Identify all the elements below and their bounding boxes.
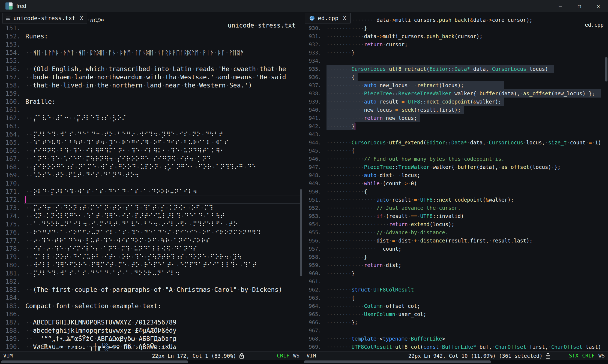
code-line[interactable]: 964.············Column·offset_col; xyxy=(303,302,608,310)
code-line[interactable]: 938.············PieceTree::ReverseTreeWa… xyxy=(303,89,608,98)
code-line[interactable]: 934. xyxy=(303,57,608,65)
code-line[interactable]: 958.············} xyxy=(303,253,608,261)
code-line[interactable]: 155. xyxy=(0,57,303,65)
code-line[interactable]: 966.········}; xyxy=(303,318,608,326)
code-line[interactable]: 962.········struct·UTF8ColResult xyxy=(303,286,608,294)
right-editor[interactable]: 929.················data->multi_cursors.… xyxy=(303,12,608,351)
code-line[interactable]: 936.········{ xyxy=(303,73,608,81)
code-line[interactable]: 951.················auto·result·=·UTF8::… xyxy=(303,196,608,204)
code-line[interactable]: 960.········} xyxy=(303,269,608,277)
code-line[interactable]: 176.··⠗⠑⠛⠜⠙·⠁·⠊⠕⠋⠋⠔⠤⠝⠁⠊⠇·⠁⠎·⠹⠑·⠙⠑⠁⠙⠑⠌·⠏⠊… xyxy=(0,228,303,236)
lock-icon[interactable] xyxy=(545,353,551,359)
code-line[interactable]: 969.········UTF8ColResult·utf8_col(const… xyxy=(303,343,608,351)
left-vertical-scrollbar[interactable] xyxy=(300,189,302,276)
code-line[interactable]: 965.············UserColumn·user_col; xyxy=(303,310,608,318)
code-line[interactable]: 175.··⠁·⠙⠕⠕⠗⠤⠝⠁⠊⠇⠲·⡊·⠍⠊⠣⠞·⠙⠁⠧⠑·⠃⠑⠲·⠔⠊⠇⠔⠫… xyxy=(0,220,303,228)
code-line[interactable]: 173.··⡍⠔⠙⠖·⡊·⠙⠕⠝⠰⠞·⠍⠑⠁⠝·⠞⠕·⠎⠁⠹·⠹⠁⠞·⡊·⠅⠝⠪… xyxy=(0,204,303,212)
code-line[interactable]: 949.············while·(count·>·0) xyxy=(303,179,608,187)
code-line[interactable]: 161. xyxy=(0,106,303,114)
code-line[interactable]: 186. xyxy=(0,310,303,318)
code-line[interactable]: 190.··∀∂∈ℝ∧∪≡∞·↑↗↨↻⇣·┐┼╔╘░►☺♀·ﬁ�⑀₂ἠḂӥẄɐː… xyxy=(0,343,303,351)
code-line[interactable]: 939.············auto·result·=·UTF8::next… xyxy=(303,98,608,106)
code-line[interactable]: 170. xyxy=(0,179,303,187)
code-line[interactable]: 937.············auto·new_locus·=·retract… xyxy=(303,81,608,89)
code-line[interactable]: 947.············PieceTree::TreeWalker·wa… xyxy=(303,163,608,171)
code-line[interactable]: 957.················--count; xyxy=(303,245,608,253)
code-line[interactable]: 941.············return·new_locus; xyxy=(303,114,608,122)
code-line[interactable]: 166.··⠎⠊⠛⠝⠫·⠃⠹·⠹⠑·⠊⠇⠻⠛⠹⠍⠁⠝⠂·⠹⠑·⠊⠇⠻⠅⠂·⠹⠑·… xyxy=(0,147,303,155)
code-line[interactable]: 933.········} xyxy=(303,48,608,57)
code-line[interactable]: 950.············{ xyxy=(303,187,608,196)
code-line[interactable]: 179.··⠩⠁⠇⠇·⠝⠕⠞·⠙⠊⠌⠥⠗⠃·⠊⠞⠂·⠕⠗·⠹⠑·⡊⠳⠝⠞⠗⠹⠰⠎… xyxy=(0,253,303,261)
code-line[interactable]: 940.············new_locus·=·seek(result.… xyxy=(303,106,608,114)
code-line[interactable]: 188.··abcdefghijklmnopqrstuvwxyz·£©µÀÆÖÞ… xyxy=(0,326,303,335)
code-line[interactable]: 954.····················return·extend(lo… xyxy=(303,220,608,228)
tab-ed-cpp[interactable]: ed.cpp X xyxy=(305,13,351,23)
code-line[interactable]: 171.··⡕⠇⠙·⡍⠜⠇⠑⠹·⠺⠁⠎·⠁⠎·⠙⠑⠁⠙·⠁⠎·⠁·⠙⠕⠕⠗⠤⠝⠁… xyxy=(0,187,303,196)
code-line[interactable]: 164.··⡍⠜⠇⠑⠹·⠺⠁⠎·⠙⠑⠁⠙⠒·⠞⠕·⠃⠑⠛⠔·⠺⠊⠹⠲·⡹⠻⠑·⠊… xyxy=(0,130,303,138)
close-button[interactable]: ✕ xyxy=(589,0,608,12)
code-line[interactable]: 187.··ABCDEFGHIJKLMNOPQRSTUVWXYZ·/012345… xyxy=(0,318,303,326)
tab-close-icon[interactable]: X xyxy=(80,15,83,22)
code-line[interactable]: 942.········} xyxy=(303,122,608,130)
tab-unicode-stress[interactable]: unicode-stress.txt X xyxy=(2,13,87,23)
lock-icon[interactable] xyxy=(239,353,244,359)
code-line[interactable]: 154.··ᚻᛖ·ᚳᚹᚫᚦ·ᚦᚫᛏ·ᚻᛖ·ᛒᚢᛞᛖ·ᚩᚾ·ᚦᚫᛗ·ᛚᚪᚾᛞᛖ·ᚾ… xyxy=(0,48,303,57)
minimize-button[interactable]: ─ xyxy=(551,0,570,12)
code-line[interactable]: 945.········{ xyxy=(303,147,608,155)
code-line[interactable]: 967. xyxy=(303,326,608,335)
code-line[interactable]: 157.··bude·thaem·lande·northweardum·with… xyxy=(0,73,303,81)
code-line[interactable]: 162.··⡌⠁⠧⠑·⠼⠁⠒··⡍⠜⠇⠑⠹⠰⠎·⡣⠕⠌ xyxy=(0,114,303,122)
code-line[interactable]: 963.········{ xyxy=(303,294,608,302)
code-line[interactable]: 189.··–—‘“”„†•…‰™œŠŸž€·ΑΒΓΔΩαβγδω·АБВГДа… xyxy=(0,335,303,343)
status-indicator-stx[interactable]: STX xyxy=(569,352,578,360)
code-line[interactable]: 956.················dist·=·dist·+·distan… xyxy=(303,236,608,245)
status-indicator-crlf[interactable]: CRLF xyxy=(582,352,595,360)
code-line[interactable]: 185.Compact·font·selection·example·text: xyxy=(0,302,303,310)
tab-close-icon[interactable]: X xyxy=(343,15,346,22)
code-line[interactable]: 961. xyxy=(303,277,608,286)
left-editor[interactable]: 150.··እግርህን·በፍራሽህ·ልክ·ዘርጋ።151.152.Runes:1… xyxy=(0,12,303,351)
code-line[interactable]: 160.Braille: xyxy=(0,98,303,106)
code-line[interactable]: 182. xyxy=(0,277,303,286)
code-line[interactable]: 948.············auto·dist·=·locus; xyxy=(303,171,608,179)
code-line[interactable]: 944.········CursorLocus·utf8_extend(Edit… xyxy=(303,138,608,147)
code-line[interactable]: 165.··⠱⠁⠞⠑⠧⠻·⠁⠃⠳⠞·⠹⠁⠞⠲·⡹⠑·⠗⠑⠛⠊⠌⠻·⠕⠋·⠙⠊⠎·… xyxy=(0,138,303,147)
code-line[interactable]: 180.··⠺⠊⠇⠇·⠹⠻⠑⠋⠕⠗⠑·⠏⠻⠍⠊⠞·⠍⠑·⠞⠕·⠗⠑⠏⠑⠁⠞⠂·⠑… xyxy=(0,261,303,269)
code-line[interactable]: 184. xyxy=(0,294,303,302)
code-line[interactable]: 953.················if·(result·==·UTF8::… xyxy=(303,212,608,220)
code-line[interactable]: 952.················//·Just·advance·the·… xyxy=(303,204,608,212)
code-line[interactable]: 931.············data->multi_cursors.push… xyxy=(303,32,608,40)
code-line[interactable]: 158.··that·he·lived·in·the·northern·land… xyxy=(0,81,303,89)
status-indicator-ws[interactable]: WS xyxy=(293,352,299,360)
code-line[interactable]: 169.··⠡⠕⠎⠑·⠞⠕·⠏⠥⠞·⠙⠊⠎·⠙⠁⠝⠙·⠞⠕⠲ xyxy=(0,171,303,179)
line-number: 172. xyxy=(5,196,20,204)
code-line[interactable]: 167.··⠁⠝⠙·⠹⠑·⠡⠊⠑⠋·⠍⠳⠗⠝⠻⠲·⡎⠊⠗⠕⠕⠛⠑·⠎⠊⠛⠝⠫·⠊… xyxy=(0,155,303,163)
status-indicator-crlf[interactable]: CRLF xyxy=(277,352,289,360)
code-line[interactable]: 968.········template·<typename·BufferLik… xyxy=(303,335,608,343)
status-indicator-ws[interactable]: WS xyxy=(598,352,605,360)
code-line[interactable]: 959.············return·dist; xyxy=(303,261,608,269)
code-line[interactable]: 181.··⡍⠜⠇⠑⠹·⠺⠁⠎·⠁⠎·⠙⠑⠁⠙·⠁⠎·⠁·⠙⠕⠕⠗⠤⠝⠁⠊⠇⠲ xyxy=(0,269,303,277)
maximize-button[interactable]: ▢ xyxy=(570,0,589,12)
code-line[interactable]: 163. xyxy=(0,122,303,130)
code-line[interactable]: 159. xyxy=(0,89,303,98)
code-line[interactable]: 153. xyxy=(0,40,303,48)
left-horizontal-scrollbar[interactable] xyxy=(1,360,188,363)
code-line[interactable]: 935.········CursorLocus·utf8_retract(Edi… xyxy=(303,65,608,73)
code-line[interactable]: 172. xyxy=(0,196,303,204)
code-line[interactable]: 177.··⠔·⠹⠑·⠞⠗⠁⠙⠑⠲·⡃⠥⠞·⠹⠑·⠺⠊⠎⠙⠕⠍·⠕⠋·⠳⠗·⠁⠝… xyxy=(0,236,303,245)
code-line[interactable]: 946.············//·Find·out·how·many·byt… xyxy=(303,155,608,163)
right-horizontal-scrollbar[interactable] xyxy=(304,360,491,363)
code-line[interactable]: 183.··(The·first·couple·of·paragraphs·of… xyxy=(0,286,303,294)
code-line[interactable]: 943. xyxy=(303,130,608,138)
code-line[interactable]: 168.··⡎⠊⠗⠕⠕⠛⠑⠰⠎·⠝⠁⠍⠑·⠺⠁⠎·⠛⠕⠕⠙·⠥⠏⠕⠝·⠰⡡⠁⠝⠛… xyxy=(0,163,303,171)
code-line[interactable]: 955.················//·Advance·by·distan… xyxy=(303,228,608,236)
code-line[interactable]: 152.Runes: xyxy=(0,32,303,40)
code-line[interactable]: 932.············return·cursor; xyxy=(303,40,608,48)
code-line[interactable]: 156.··(Old·English,·which·transcribed·in… xyxy=(0,65,303,73)
code-line[interactable]: 930.············} xyxy=(303,24,608,32)
code-line[interactable]: 178.··⠊⠎·⠔·⠹⠑·⠎⠊⠍⠊⠇⠑⠆·⠁⠝⠙·⠍⠹·⠥⠝⠙⠁⠇⠇⠪⠫·⠙⠁… xyxy=(0,245,303,253)
right-vertical-scrollbar[interactable] xyxy=(605,57,607,81)
code-line[interactable]: 174.··⠪⠝·⠅⠝⠪⠇⠫⠛⠑⠂·⠱⠁⠞·⠹⠻⠑·⠊⠎·⠏⠜⠞⠊⠊⠥⠇⠜⠇⠹·… xyxy=(0,212,303,220)
